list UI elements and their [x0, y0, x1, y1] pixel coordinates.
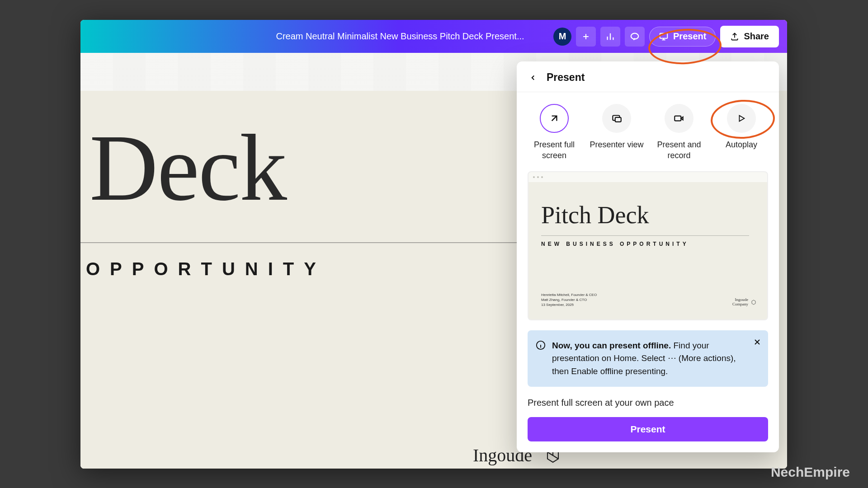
watermark: NechEmpire: [771, 465, 850, 480]
offline-info-banner: Now, you can present offline. Find your …: [528, 330, 768, 387]
share-button-label: Share: [744, 31, 769, 42]
info-text: Now, you can present offline. Find your …: [552, 339, 760, 378]
panel-header: Present: [517, 61, 779, 92]
present-action-button[interactable]: Present: [528, 417, 768, 441]
info-icon: [536, 340, 546, 352]
panel-title: Present: [547, 71, 585, 84]
hexagon-logo-icon: [751, 300, 756, 305]
info-close-button[interactable]: [753, 338, 762, 348]
comment-icon: [630, 32, 640, 42]
present-button[interactable]: Present: [649, 27, 716, 47]
panel-back-button[interactable]: [528, 72, 538, 83]
present-modes: Present full screen Presenter view Prese…: [517, 92, 779, 163]
mode-present-and-record[interactable]: Present and record: [650, 104, 708, 161]
comments-button[interactable]: [625, 27, 645, 47]
mode-autoplay[interactable]: Autoplay: [712, 104, 771, 161]
presentation-icon: [659, 32, 669, 42]
presenter-icon: [611, 113, 623, 124]
share-button[interactable]: Share: [720, 26, 779, 47]
fullscreen-icon: [548, 113, 560, 124]
document-title[interactable]: Cream Neutral Minimalist New Business Pi…: [89, 31, 549, 42]
analytics-button[interactable]: [600, 27, 620, 47]
top-toolbar: Cream Neutral Minimalist New Business Pi…: [80, 20, 787, 53]
mode-presenter-view[interactable]: Presenter view: [587, 104, 646, 161]
user-avatar[interactable]: M: [553, 28, 571, 46]
present-panel: Present Present full screen Presenter vi…: [517, 61, 779, 452]
present-button-label: Present: [673, 31, 706, 42]
upload-icon: [730, 32, 739, 41]
play-icon: [736, 113, 746, 123]
preview-subtitle: NEW BUSINESS OPPORTUNITY: [541, 241, 689, 247]
preview-title: Pitch Deck: [541, 201, 649, 229]
svg-rect-1: [660, 33, 668, 38]
close-icon: [753, 338, 762, 347]
plus-icon: [581, 32, 590, 41]
slide-divider: [80, 242, 519, 243]
app-window: Cream Neutral Minimalist New Business Pi…: [80, 20, 787, 469]
chart-icon: [605, 32, 615, 42]
present-mode-description: Present full screen at your own pace: [528, 398, 768, 408]
preview-brand: Ingoude Company: [732, 298, 756, 307]
slide-thumbnail[interactable]: Pitch Deck NEW BUSINESS OPPORTUNITY Henr…: [528, 171, 768, 320]
preview-window-bar: [528, 172, 767, 182]
preview-divider: [541, 235, 749, 236]
slide-title-text: Deck: [90, 113, 286, 222]
preview-credits: Henrietta Mitchell, Founder & CEO Matt Z…: [541, 292, 597, 308]
record-icon: [673, 113, 685, 124]
svg-rect-3: [615, 117, 621, 122]
mode-present-fullscreen[interactable]: Present full screen: [525, 104, 584, 161]
add-user-button[interactable]: [576, 27, 596, 47]
svg-rect-4: [675, 116, 681, 121]
slide-subtitle-text: OPPORTUNITY: [86, 259, 326, 279]
chevron-left-icon: [529, 74, 537, 82]
